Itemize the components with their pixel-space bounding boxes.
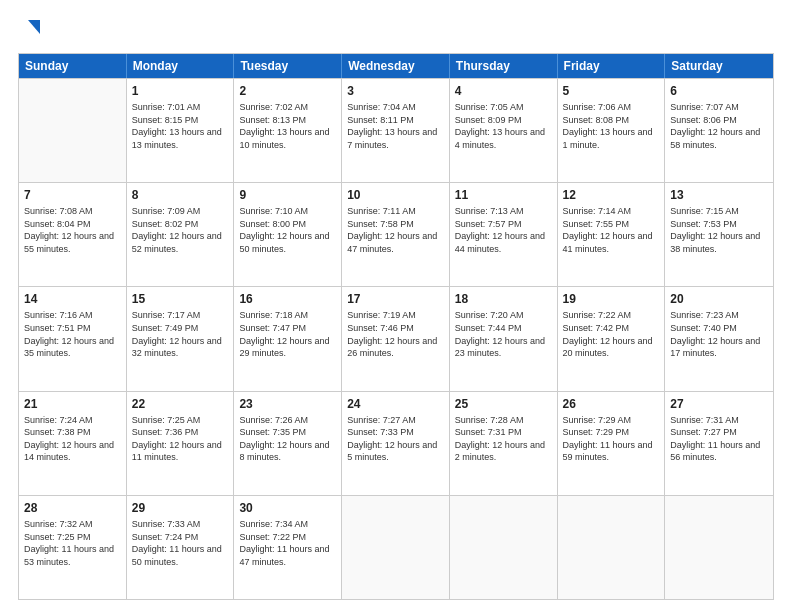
day-number: 3 — [347, 83, 444, 99]
cell-info: Sunrise: 7:07 AM Sunset: 8:06 PM Dayligh… — [670, 101, 768, 151]
cal-cell: 15Sunrise: 7:17 AM Sunset: 7:49 PM Dayli… — [127, 287, 235, 390]
cell-info: Sunrise: 7:28 AM Sunset: 7:31 PM Dayligh… — [455, 414, 552, 464]
cal-cell: 10Sunrise: 7:11 AM Sunset: 7:58 PM Dayli… — [342, 183, 450, 286]
cal-cell: 30Sunrise: 7:34 AM Sunset: 7:22 PM Dayli… — [234, 496, 342, 599]
week-row-3: 14Sunrise: 7:16 AM Sunset: 7:51 PM Dayli… — [19, 286, 773, 390]
header-day-wednesday: Wednesday — [342, 54, 450, 78]
cal-cell: 21Sunrise: 7:24 AM Sunset: 7:38 PM Dayli… — [19, 392, 127, 495]
header-day-tuesday: Tuesday — [234, 54, 342, 78]
cal-cell: 9Sunrise: 7:10 AM Sunset: 8:00 PM Daylig… — [234, 183, 342, 286]
cell-info: Sunrise: 7:23 AM Sunset: 7:40 PM Dayligh… — [670, 309, 768, 359]
header — [18, 16, 774, 43]
cal-cell: 26Sunrise: 7:29 AM Sunset: 7:29 PM Dayli… — [558, 392, 666, 495]
cell-info: Sunrise: 7:25 AM Sunset: 7:36 PM Dayligh… — [132, 414, 229, 464]
cell-info: Sunrise: 7:32 AM Sunset: 7:25 PM Dayligh… — [24, 518, 121, 568]
day-number: 29 — [132, 500, 229, 516]
cal-cell: 11Sunrise: 7:13 AM Sunset: 7:57 PM Dayli… — [450, 183, 558, 286]
cal-cell: 7Sunrise: 7:08 AM Sunset: 8:04 PM Daylig… — [19, 183, 127, 286]
cell-info: Sunrise: 7:04 AM Sunset: 8:11 PM Dayligh… — [347, 101, 444, 151]
day-number: 12 — [563, 187, 660, 203]
cell-info: Sunrise: 7:11 AM Sunset: 7:58 PM Dayligh… — [347, 205, 444, 255]
cal-cell: 25Sunrise: 7:28 AM Sunset: 7:31 PM Dayli… — [450, 392, 558, 495]
cell-info: Sunrise: 7:26 AM Sunset: 7:35 PM Dayligh… — [239, 414, 336, 464]
day-number: 4 — [455, 83, 552, 99]
cal-cell: 2Sunrise: 7:02 AM Sunset: 8:13 PM Daylig… — [234, 79, 342, 182]
logo — [18, 16, 42, 43]
header-day-friday: Friday — [558, 54, 666, 78]
day-number: 27 — [670, 396, 768, 412]
cal-cell: 6Sunrise: 7:07 AM Sunset: 8:06 PM Daylig… — [665, 79, 773, 182]
cell-info: Sunrise: 7:08 AM Sunset: 8:04 PM Dayligh… — [24, 205, 121, 255]
day-number: 14 — [24, 291, 121, 307]
cell-info: Sunrise: 7:16 AM Sunset: 7:51 PM Dayligh… — [24, 309, 121, 359]
cell-info: Sunrise: 7:27 AM Sunset: 7:33 PM Dayligh… — [347, 414, 444, 464]
cal-cell — [19, 79, 127, 182]
header-day-thursday: Thursday — [450, 54, 558, 78]
cell-info: Sunrise: 7:01 AM Sunset: 8:15 PM Dayligh… — [132, 101, 229, 151]
cal-cell: 22Sunrise: 7:25 AM Sunset: 7:36 PM Dayli… — [127, 392, 235, 495]
cal-cell: 16Sunrise: 7:18 AM Sunset: 7:47 PM Dayli… — [234, 287, 342, 390]
cal-cell — [665, 496, 773, 599]
day-number: 5 — [563, 83, 660, 99]
cell-info: Sunrise: 7:29 AM Sunset: 7:29 PM Dayligh… — [563, 414, 660, 464]
cal-cell — [450, 496, 558, 599]
cell-info: Sunrise: 7:19 AM Sunset: 7:46 PM Dayligh… — [347, 309, 444, 359]
day-number: 24 — [347, 396, 444, 412]
cal-cell: 13Sunrise: 7:15 AM Sunset: 7:53 PM Dayli… — [665, 183, 773, 286]
cal-cell: 20Sunrise: 7:23 AM Sunset: 7:40 PM Dayli… — [665, 287, 773, 390]
cal-cell: 18Sunrise: 7:20 AM Sunset: 7:44 PM Dayli… — [450, 287, 558, 390]
week-row-4: 21Sunrise: 7:24 AM Sunset: 7:38 PM Dayli… — [19, 391, 773, 495]
cell-info: Sunrise: 7:33 AM Sunset: 7:24 PM Dayligh… — [132, 518, 229, 568]
day-number: 10 — [347, 187, 444, 203]
day-number: 22 — [132, 396, 229, 412]
calendar-header: SundayMondayTuesdayWednesdayThursdayFrid… — [19, 54, 773, 78]
page: SundayMondayTuesdayWednesdayThursdayFrid… — [0, 0, 792, 612]
week-row-5: 28Sunrise: 7:32 AM Sunset: 7:25 PM Dayli… — [19, 495, 773, 599]
cal-cell: 19Sunrise: 7:22 AM Sunset: 7:42 PM Dayli… — [558, 287, 666, 390]
day-number: 28 — [24, 500, 121, 516]
day-number: 8 — [132, 187, 229, 203]
cal-cell: 17Sunrise: 7:19 AM Sunset: 7:46 PM Dayli… — [342, 287, 450, 390]
cal-cell: 24Sunrise: 7:27 AM Sunset: 7:33 PM Dayli… — [342, 392, 450, 495]
day-number: 16 — [239, 291, 336, 307]
day-number: 30 — [239, 500, 336, 516]
cal-cell: 1Sunrise: 7:01 AM Sunset: 8:15 PM Daylig… — [127, 79, 235, 182]
day-number: 13 — [670, 187, 768, 203]
cell-info: Sunrise: 7:14 AM Sunset: 7:55 PM Dayligh… — [563, 205, 660, 255]
cell-info: Sunrise: 7:17 AM Sunset: 7:49 PM Dayligh… — [132, 309, 229, 359]
cal-cell: 5Sunrise: 7:06 AM Sunset: 8:08 PM Daylig… — [558, 79, 666, 182]
calendar: SundayMondayTuesdayWednesdayThursdayFrid… — [18, 53, 774, 600]
cell-info: Sunrise: 7:24 AM Sunset: 7:38 PM Dayligh… — [24, 414, 121, 464]
logo-triangle-icon — [20, 16, 42, 38]
cal-cell: 28Sunrise: 7:32 AM Sunset: 7:25 PM Dayli… — [19, 496, 127, 599]
day-number: 26 — [563, 396, 660, 412]
day-number: 1 — [132, 83, 229, 99]
day-number: 11 — [455, 187, 552, 203]
cell-info: Sunrise: 7:34 AM Sunset: 7:22 PM Dayligh… — [239, 518, 336, 568]
day-number: 19 — [563, 291, 660, 307]
cal-cell — [558, 496, 666, 599]
day-number: 15 — [132, 291, 229, 307]
day-number: 2 — [239, 83, 336, 99]
svg-marker-0 — [28, 20, 40, 34]
cell-info: Sunrise: 7:13 AM Sunset: 7:57 PM Dayligh… — [455, 205, 552, 255]
cell-info: Sunrise: 7:10 AM Sunset: 8:00 PM Dayligh… — [239, 205, 336, 255]
cal-cell — [342, 496, 450, 599]
day-number: 25 — [455, 396, 552, 412]
cal-cell: 12Sunrise: 7:14 AM Sunset: 7:55 PM Dayli… — [558, 183, 666, 286]
cell-info: Sunrise: 7:02 AM Sunset: 8:13 PM Dayligh… — [239, 101, 336, 151]
cal-cell: 4Sunrise: 7:05 AM Sunset: 8:09 PM Daylig… — [450, 79, 558, 182]
day-number: 17 — [347, 291, 444, 307]
day-number: 21 — [24, 396, 121, 412]
header-day-monday: Monday — [127, 54, 235, 78]
day-number: 20 — [670, 291, 768, 307]
cal-cell: 27Sunrise: 7:31 AM Sunset: 7:27 PM Dayli… — [665, 392, 773, 495]
week-row-1: 1Sunrise: 7:01 AM Sunset: 8:15 PM Daylig… — [19, 78, 773, 182]
cell-info: Sunrise: 7:31 AM Sunset: 7:27 PM Dayligh… — [670, 414, 768, 464]
cell-info: Sunrise: 7:18 AM Sunset: 7:47 PM Dayligh… — [239, 309, 336, 359]
day-number: 23 — [239, 396, 336, 412]
day-number: 6 — [670, 83, 768, 99]
day-number: 18 — [455, 291, 552, 307]
cell-info: Sunrise: 7:05 AM Sunset: 8:09 PM Dayligh… — [455, 101, 552, 151]
header-day-saturday: Saturday — [665, 54, 773, 78]
